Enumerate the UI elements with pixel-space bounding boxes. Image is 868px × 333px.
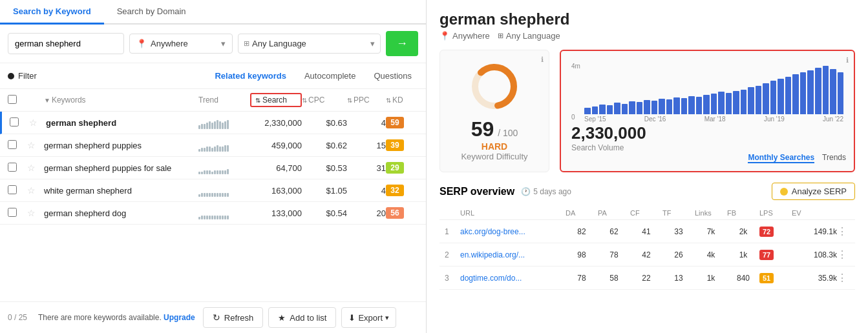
language-value: Any Language — [252, 39, 306, 48]
row-checkbox[interactable] — [8, 140, 17, 149]
table-row: ☆ german shepherd dog 133,000 $0.54 20 5… — [0, 202, 426, 225]
tab-related-keywords[interactable]: Related keywords — [208, 68, 293, 83]
chart-bar — [703, 95, 710, 114]
chart-bar — [651, 101, 658, 114]
serp-fb: 1k — [727, 250, 759, 259]
keywords-col-header[interactable]: ▼ Keywords — [44, 96, 198, 105]
trend-bar — [198, 217, 200, 219]
volume-card: ℹ 4m 0 Sep '15Dec '16Mar '18Jun '19Jun '… — [560, 50, 855, 172]
search-volume-cell: 2,330,000 — [250, 118, 302, 128]
serp-links: 4k — [695, 250, 727, 259]
serp-more-icon[interactable]: ⋮ — [837, 225, 850, 237]
trend-bar — [204, 216, 206, 219]
trend-col-header[interactable]: Trend — [198, 96, 250, 105]
row-checkbox[interactable] — [8, 208, 17, 217]
trend-bar — [219, 121, 221, 129]
ppc-cell: 20 — [347, 208, 386, 218]
upgrade-link[interactable]: Upgrade — [164, 313, 195, 322]
trend-bar — [204, 193, 206, 197]
tab-monthly-searches[interactable]: Monthly Searches — [748, 153, 814, 163]
analyze-serp-button[interactable]: Analyze SERP — [772, 183, 855, 200]
serp-url[interactable]: dogtime.com/do... — [460, 274, 566, 283]
trend-bar — [222, 170, 224, 174]
star-icon[interactable]: ☆ — [27, 208, 44, 218]
filter-button[interactable]: Filter — [8, 71, 37, 81]
trend-bar — [219, 146, 221, 152]
tab-trends[interactable]: Trends — [822, 153, 846, 163]
main-tabs: Search by Keyword Search by Domain — [0, 0, 426, 25]
difficulty-label: HARD — [482, 141, 507, 152]
tab-autocomplete[interactable]: Autocomplete — [298, 68, 363, 83]
serp-cf: 42 — [630, 250, 662, 259]
trend-sparkline — [198, 184, 250, 197]
kd-col-header[interactable]: ⇅ KD — [386, 96, 418, 105]
serp-more-icon[interactable]: ⋮ — [837, 272, 850, 284]
difficulty-max: / 100 — [498, 128, 518, 138]
serp-links: 1k — [695, 274, 727, 283]
tab-search-by-keyword[interactable]: Search by Keyword — [0, 0, 104, 25]
chart-bar — [792, 74, 799, 114]
trend-bar — [209, 146, 211, 152]
trend-bar — [214, 170, 216, 174]
cpc-col-header[interactable]: ⇅ CPC — [302, 96, 347, 105]
difficulty-info-icon[interactable]: ℹ — [541, 56, 544, 64]
serp-more-icon[interactable]: ⋮ — [837, 248, 850, 261]
star-icon[interactable]: ☆ — [29, 117, 46, 128]
star-icon[interactable]: ☆ — [27, 140, 44, 150]
location-select[interactable]: 📍 Anywhere ▾ — [129, 34, 233, 54]
keyword-input[interactable] — [8, 33, 124, 54]
tab-search-by-domain[interactable]: Search by Domain — [104, 0, 199, 25]
chart-bar — [607, 105, 613, 114]
keyword-cell: german shepherd puppies — [44, 141, 198, 150]
star-icon[interactable]: ☆ — [27, 185, 44, 196]
search-volume-cell: 133,000 — [250, 208, 302, 218]
language-select[interactable]: ⊞ Any Language ▾ — [238, 34, 381, 54]
serp-pa: 58 — [598, 274, 630, 283]
serp-cf: 41 — [630, 227, 662, 236]
serp-url[interactable]: akc.org/dog-bree... — [460, 227, 566, 236]
search-col-header[interactable]: ⇅ Search — [250, 93, 302, 107]
trend-bar — [206, 216, 208, 219]
row-checkbox[interactable] — [8, 163, 17, 172]
serp-lps: 77 — [759, 250, 792, 259]
trend-bar — [217, 170, 218, 174]
trend-bar — [211, 172, 213, 174]
ppc-cell: 15 — [347, 141, 386, 150]
serp-pa: 62 — [598, 227, 630, 236]
chart-bar — [726, 93, 732, 114]
trend-bar — [206, 193, 208, 197]
add-to-list-button[interactable]: ★ Add to list — [268, 307, 336, 328]
trend-bar — [222, 123, 224, 129]
row-checkbox[interactable] — [8, 185, 17, 194]
trend-bar — [227, 145, 229, 152]
select-all-checkbox-wrap — [8, 95, 27, 106]
ppc-col-header[interactable]: ⇅ PPC — [347, 96, 386, 105]
select-all-checkbox[interactable] — [8, 95, 17, 104]
refresh-button[interactable]: ↻ Refresh — [203, 307, 264, 328]
keyword-cell: german shepherd dog — [44, 208, 198, 218]
chart-x-label: Jun '22 — [823, 116, 843, 123]
more-keywords-message: There are more keywords available. Upgra… — [38, 313, 195, 322]
row-checkbox[interactable] — [10, 117, 19, 126]
trend-bar — [219, 216, 221, 219]
meta-language: ⊞ Any Language — [498, 31, 560, 41]
table-header: ▼ Keywords Trend ⇅ Search ⇅ CPC ⇅ PPC ⇅ … — [0, 89, 426, 112]
search-volume-cell: 64,700 — [250, 163, 302, 173]
serp-date: 5 days ago — [533, 187, 571, 196]
cpc-sort-icon: ⇅ — [302, 97, 307, 104]
serp-rank: 3 — [445, 274, 460, 283]
volume-info-icon[interactable]: ℹ — [846, 56, 849, 65]
star-icon[interactable]: ☆ — [27, 163, 44, 173]
trend-bar — [204, 124, 206, 129]
trend-bar — [219, 193, 221, 197]
export-button[interactable]: ⬇ Export ▾ — [341, 307, 396, 328]
tab-questions[interactable]: Questions — [367, 68, 418, 83]
serp-url[interactable]: en.wikipedia.org/... — [460, 250, 566, 259]
serp-da: 78 — [566, 274, 598, 283]
right-panel: german shepherd 📍 Anywhere ⊞ Any Languag… — [427, 0, 868, 333]
go-button[interactable]: → — [386, 31, 418, 56]
difficulty-subtitle: Keyword Difficulty — [461, 152, 527, 161]
serp-row: 2 en.wikipedia.org/... 98 78 42 26 4k 1k… — [439, 243, 855, 267]
row-checkbox-wrap — [10, 117, 29, 128]
clock-icon: 🕐 — [521, 187, 531, 196]
